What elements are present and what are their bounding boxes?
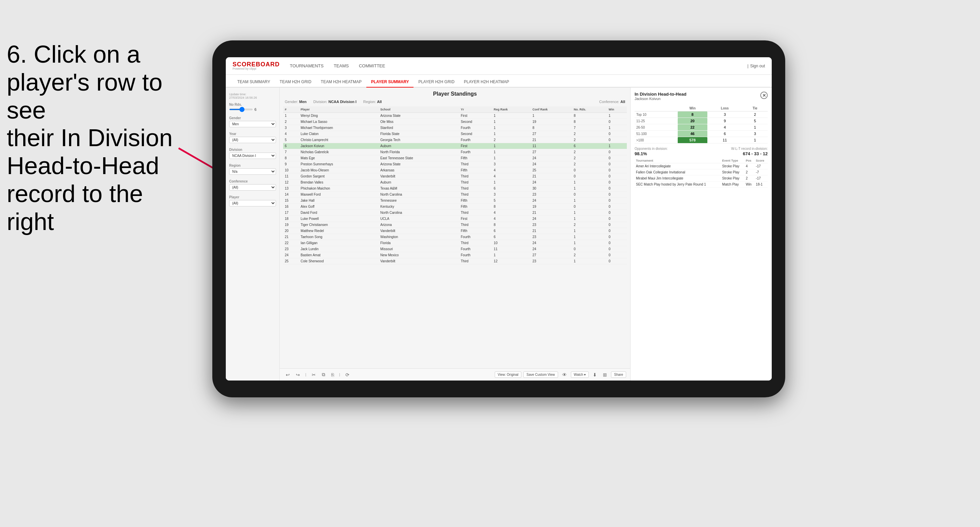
top-nav: SCOREBOARD Powered by clippi TOURNAMENTS… bbox=[226, 57, 772, 75]
table-row[interactable]: 5 Christo Lamprecht Georgia Tech Fourth … bbox=[283, 137, 627, 143]
col-player: Player bbox=[299, 106, 379, 113]
col-num: # bbox=[283, 106, 299, 113]
table-row[interactable]: 12 Brendan Valles Auburn Third 1 24 1 0 bbox=[283, 179, 627, 186]
col-conf-rank: Conf Rank bbox=[531, 106, 572, 113]
h2h-row: 26-50 22 4 1 bbox=[635, 124, 768, 131]
sidebar: Update time: 27/03/2024 16:56:26 No Rds.… bbox=[226, 87, 280, 381]
tournament-row: Amer Ari Intercollegiate Stroke Play 4 -… bbox=[635, 163, 768, 169]
opponents-pct: 98.1% bbox=[635, 151, 647, 156]
tablet-frame: SCOREBOARD Powered by clippi TOURNAMENTS… bbox=[212, 40, 785, 397]
nav-links: TOURNAMENTS TEAMS COMMITTEE bbox=[290, 62, 748, 70]
sidebar-year: Year (All) bbox=[229, 132, 276, 143]
save-custom-btn[interactable]: Save Custom View bbox=[523, 371, 558, 378]
table-row[interactable]: 11 Gordon Sargent Vanderbilt Third 4 21 … bbox=[283, 173, 627, 179]
tournament-table: Tournament Event Type Pos Score Amer Ari… bbox=[635, 158, 768, 187]
h2h-row: 11-25 20 9 5 bbox=[635, 118, 768, 124]
tournament-row: Mirabel Maui Jim Intercollegiate Stroke … bbox=[635, 175, 768, 181]
standings-inner: Player Standings Gender: Men Division: N… bbox=[280, 87, 630, 368]
h2h-row: >100 578 11 1 bbox=[635, 137, 768, 143]
table-row[interactable]: 23 Jack Lundin Missouri Fourth 11 24 0 0 bbox=[283, 246, 627, 252]
division-select[interactable]: NCAA Division I bbox=[229, 152, 276, 159]
table-row[interactable]: 16 Alex Goff Kentucky Fifth 8 19 0 0 bbox=[283, 204, 627, 210]
table-row[interactable]: 1 Wenyi Ding Arizona State First 1 1 8 1 bbox=[283, 113, 627, 119]
eye-icon: 👁 bbox=[560, 371, 569, 378]
nav-tournaments[interactable]: TOURNAMENTS bbox=[290, 62, 323, 70]
watch-btn[interactable]: Watch ▾ bbox=[571, 371, 589, 378]
table-row[interactable]: 14 Maxwell Ford North Carolina Third 3 2… bbox=[283, 192, 627, 198]
no-rds-slider[interactable] bbox=[229, 109, 253, 110]
sidebar-no-rds: No Rds. 6 bbox=[229, 103, 276, 111]
wlt-label: W-L-T record in-division: bbox=[731, 147, 768, 151]
table-row[interactable]: 24 Bastien Amat New Mexico Fourth 1 27 2… bbox=[283, 252, 627, 258]
table-row[interactable]: 18 Luke Powell UCLA First 4 24 1 0 bbox=[283, 216, 627, 222]
nav-committee[interactable]: COMMITTEE bbox=[359, 62, 385, 70]
h2h-title: In Division Head-to-Head bbox=[635, 92, 686, 97]
table-row[interactable]: 22 Ian Gilligan Florida Third 10 24 1 0 bbox=[283, 240, 627, 246]
tournament-row: Fallen Oak Collegiate Invitational Strok… bbox=[635, 169, 768, 175]
region-select[interactable]: N/a bbox=[229, 168, 276, 175]
table-row[interactable]: 15 Jake Hall Tennessee Fifth 5 24 1 0 bbox=[283, 198, 627, 204]
sidebar-conference: Conference (All) bbox=[229, 179, 276, 190]
sub-nav-player-summary[interactable]: PLAYER SUMMARY bbox=[366, 77, 414, 87]
paste-btn[interactable]: ⎘ bbox=[329, 371, 336, 378]
year-select[interactable]: (All) bbox=[229, 137, 276, 143]
download-icon[interactable]: ⬇ bbox=[591, 371, 599, 378]
sub-nav-team-h2h-grid[interactable]: TEAM H2H GRID bbox=[275, 77, 316, 87]
sub-nav: TEAM SUMMARY TEAM H2H GRID TEAM H2H HEAT… bbox=[226, 75, 772, 87]
sidebar-division: Division NCAA Division I bbox=[229, 148, 276, 159]
h2h-table: Win Loss Tie Top 10 8 3 2 11-25 20 9 5 2… bbox=[635, 105, 768, 143]
share-btn[interactable]: Share bbox=[611, 371, 626, 378]
tournament-row: SEC Match Play hosted by Jerry Pate Roun… bbox=[635, 181, 768, 187]
standings-area: Player Standings Gender: Men Division: N… bbox=[280, 87, 630, 381]
sub-nav-player-h2h-grid[interactable]: PLAYER H2H GRID bbox=[414, 77, 459, 87]
grid-icon[interactable]: ⊞ bbox=[601, 371, 609, 378]
table-row[interactable]: 13 Phichakon Maichon Texas A&M Third 6 3… bbox=[283, 186, 627, 192]
table-row[interactable]: 25 Cole Sherwood Vanderbilt Third 12 23 … bbox=[283, 258, 627, 264]
table-row[interactable]: 8 Mats Ege East Tennessee State Fifth 1 … bbox=[283, 155, 627, 161]
opponents-section: Opponents in division: W-L-T record in-d… bbox=[635, 147, 768, 156]
table-row[interactable]: 9 Preston Summerhays Arizona State Third… bbox=[283, 161, 627, 167]
undo-btn[interactable]: ↩ bbox=[284, 371, 292, 378]
h2h-row: 51-100 46 6 3 bbox=[635, 131, 768, 137]
h2h-close-btn[interactable]: ✕ bbox=[760, 92, 768, 99]
nav-teams[interactable]: TEAMS bbox=[334, 62, 349, 70]
sign-out-link[interactable]: Sign out bbox=[750, 63, 765, 68]
player-table: # Player School Yr Reg Rank Conf Rank No… bbox=[283, 106, 627, 365]
h2h-row: Top 10 8 3 2 bbox=[635, 111, 768, 118]
logo-powered: Powered by clippi bbox=[232, 67, 280, 70]
table-row[interactable]: 6 Jackson Koivun Auburn First 1 11 6 1 bbox=[283, 143, 627, 149]
standings-filters: Gender: Men Division: NCAA Division I Re… bbox=[283, 100, 627, 104]
sidebar-gender: Gender Men Women bbox=[229, 116, 276, 127]
player-select[interactable]: (All) bbox=[229, 200, 276, 206]
gender-select[interactable]: Men Women bbox=[229, 121, 276, 127]
sub-nav-team-summary[interactable]: TEAM SUMMARY bbox=[232, 77, 275, 87]
table-row[interactable]: 2 Michael La Sasso Ole Miss Second 1 19 … bbox=[283, 119, 627, 125]
view-original-btn[interactable]: View: Original bbox=[495, 371, 522, 378]
col-no-rds: No. Rds. bbox=[572, 106, 607, 113]
standings-title: Player Standings bbox=[283, 91, 627, 97]
copy-btn[interactable]: ⧉ bbox=[320, 371, 327, 378]
table-row[interactable]: 7 Nicholas Gabrelcik North Florida Fourt… bbox=[283, 149, 627, 155]
sign-out-area: | Sign out bbox=[748, 63, 765, 68]
sidebar-update-time: Update time: 27/03/2024 16:56:26 bbox=[229, 93, 276, 99]
table-row[interactable]: 21 Taehoon Song Washington Fourth 6 23 1… bbox=[283, 234, 627, 240]
table-row[interactable]: 3 Michael Thorbjornsen Stanford Fourth 1… bbox=[283, 125, 627, 131]
col-win: Win bbox=[607, 106, 627, 113]
sub-nav-player-h2h-heatmap[interactable]: PLAYER H2H HEATMAP bbox=[459, 77, 514, 87]
table-row[interactable]: 19 Tiger Christiansen Arizona Third 8 23… bbox=[283, 222, 627, 228]
col-reg-rank: Reg Rank bbox=[492, 106, 531, 113]
table-row[interactable]: 17 David Ford North Carolina Third 4 21 … bbox=[283, 210, 627, 216]
cut-btn[interactable]: ✂ bbox=[310, 371, 318, 378]
table-row[interactable]: 20 Matthew Riedel Vanderbilt Fifth 6 21 … bbox=[283, 228, 627, 234]
h2h-panel: In Division Head-to-Head Jackson Koivun … bbox=[630, 87, 772, 381]
table-row[interactable]: 10 Jacob Mou-Olesen Arkansas Fifth 4 25 … bbox=[283, 167, 627, 173]
h2h-player-name: Jackson Koivun bbox=[635, 97, 686, 101]
sub-nav-team-h2h-heatmap[interactable]: TEAM H2H HEATMAP bbox=[316, 77, 366, 87]
wlt-record: 674 - 33 - 12 bbox=[743, 151, 768, 156]
conference-select[interactable]: (All) bbox=[229, 184, 276, 190]
refresh-btn[interactable]: ⟳ bbox=[344, 371, 352, 378]
redo-btn[interactable]: ↪ bbox=[294, 371, 302, 378]
sidebar-region: Region N/a bbox=[229, 163, 276, 175]
table-row[interactable]: 4 Luke Claton Florida State Second 1 27 … bbox=[283, 131, 627, 137]
logo-area: SCOREBOARD Powered by clippi bbox=[232, 61, 280, 70]
